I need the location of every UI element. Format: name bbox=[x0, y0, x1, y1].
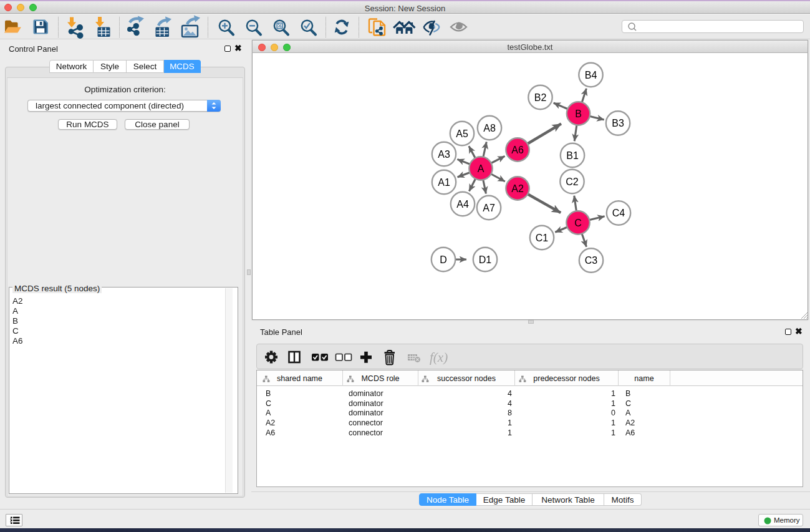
svg-text:B: B bbox=[575, 109, 582, 119]
svg-text:A5: A5 bbox=[456, 128, 468, 139]
svg-text:A2: A2 bbox=[511, 183, 524, 194]
svg-text:C1: C1 bbox=[536, 233, 549, 243]
svg-text:A4: A4 bbox=[456, 199, 469, 210]
svg-text:A: A bbox=[478, 163, 485, 174]
svg-text:B3: B3 bbox=[612, 118, 624, 128]
svg-text:B2: B2 bbox=[534, 92, 547, 103]
svg-text:B4: B4 bbox=[585, 70, 597, 80]
svg-text:C2: C2 bbox=[566, 177, 579, 187]
svg-text:C3: C3 bbox=[585, 255, 598, 266]
svg-text:C: C bbox=[574, 218, 582, 228]
svg-text:A7: A7 bbox=[483, 203, 495, 213]
svg-text:f(x): f(x) bbox=[430, 350, 448, 365]
svg-text:A3: A3 bbox=[438, 149, 450, 160]
svg-text:A6: A6 bbox=[511, 145, 524, 155]
svg-text:B1: B1 bbox=[566, 150, 579, 161]
svg-text:A8: A8 bbox=[483, 123, 496, 133]
svg-text:D1: D1 bbox=[479, 254, 492, 265]
svg-text:C4: C4 bbox=[612, 208, 625, 218]
svg-text:D: D bbox=[440, 254, 447, 265]
svg-text:A1: A1 bbox=[438, 177, 450, 188]
